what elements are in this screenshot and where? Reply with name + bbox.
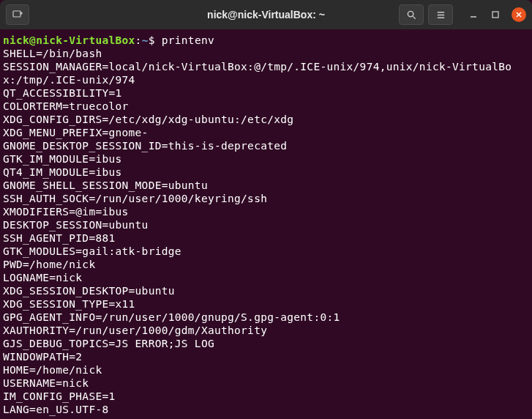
output-line: QT_ACCESSIBILITY=1 <box>3 86 529 100</box>
output-line: GNOME_SHELL_SESSION_MODE=ubuntu <box>3 179 529 192</box>
output-line: XAUTHORITY=/run/user/1000/gdm/Xauthority <box>3 324 529 337</box>
output-container: SHELL=/bin/bashSESSION_MANAGER=local/nic… <box>3 47 529 416</box>
minimize-button[interactable] <box>468 9 479 21</box>
window-controls <box>468 7 526 22</box>
svg-point-1 <box>408 11 413 17</box>
maximize-icon <box>491 10 500 19</box>
output-line: GNOME_DESKTOP_SESSION_ID=this-is-depreca… <box>3 139 529 152</box>
titlebar-right <box>399 4 526 25</box>
titlebar: nick@nick-VirtualBox: ~ <box>0 0 532 29</box>
titlebar-left <box>6 4 32 25</box>
output-line: SESSION_MANAGER=local/nick-VirtualBox:@/… <box>3 60 529 86</box>
prompt-dollar: $ <box>149 34 162 46</box>
output-line: GPG_AGENT_INFO=/run/user/1000/gnupg/S.gp… <box>3 311 529 324</box>
menu-button[interactable] <box>428 4 453 25</box>
hamburger-icon <box>435 10 446 21</box>
prompt-line: nick@nick-VirtualBox:~$ printenv <box>3 34 529 47</box>
svg-line-2 <box>413 16 415 18</box>
output-line: XMODIFIERS=@im=ibus <box>3 205 529 218</box>
command-text: printenv <box>162 34 214 46</box>
svg-rect-0 <box>13 11 20 17</box>
output-line: WINDOWPATH=2 <box>3 350 529 363</box>
output-line: XDG_SESSION_TYPE=x11 <box>3 297 529 311</box>
output-line: COLORTERM=truecolor <box>3 100 529 113</box>
prompt-user-host: nick@nick-VirtualBox <box>3 34 135 46</box>
output-line: QT4_IM_MODULE=ibus <box>3 166 529 179</box>
output-line: XDG_MENU_PREFIX=gnome- <box>3 126 529 139</box>
output-line: GTK_IM_MODULE=ibus <box>3 152 529 166</box>
svg-rect-7 <box>492 12 498 18</box>
output-line: HOME=/home/nick <box>3 363 529 377</box>
output-line: SHELL=/bin/bash <box>3 47 529 60</box>
output-line: DESKTOP_SESSION=ubuntu <box>3 218 529 231</box>
window-title: nick@nick-VirtualBox: ~ <box>207 9 325 21</box>
output-line: SSH_AUTH_SOCK=/run/user/1000/keyring/ssh <box>3 192 529 205</box>
prompt-colon: : <box>135 34 142 46</box>
output-line: PWD=/home/nick <box>3 258 529 271</box>
output-line: GTK_MODULES=gail:atk-bridge <box>3 245 529 258</box>
output-line: USERNAME=nick <box>3 377 529 390</box>
output-line: XDG_SESSION_DESKTOP=ubuntu <box>3 284 529 297</box>
new-tab-button[interactable] <box>6 4 29 25</box>
new-tab-icon <box>12 9 23 21</box>
output-line: GJS_DEBUG_TOPICS=JS ERROR;JS LOG <box>3 337 529 350</box>
output-line: XDG_CONFIG_DIRS=/etc/xdg/xdg-ubuntu:/etc… <box>3 113 529 126</box>
output-line: LOGNAME=nick <box>3 271 529 284</box>
terminal-content[interactable]: nick@nick-VirtualBox:~$ printenv SHELL=/… <box>0 29 532 419</box>
maximize-button[interactable] <box>490 9 501 21</box>
output-line: SSH_AGENT_PID=881 <box>3 231 529 245</box>
close-button[interactable] <box>512 7 526 22</box>
search-icon <box>406 10 417 21</box>
minimize-icon <box>469 10 478 19</box>
search-button[interactable] <box>399 4 424 25</box>
close-icon <box>515 11 522 18</box>
prompt-path: ~ <box>142 34 149 46</box>
output-line: IM_CONFIG_PHASE=1 <box>3 390 529 403</box>
output-line: LANG=en_US.UTF-8 <box>3 403 529 416</box>
